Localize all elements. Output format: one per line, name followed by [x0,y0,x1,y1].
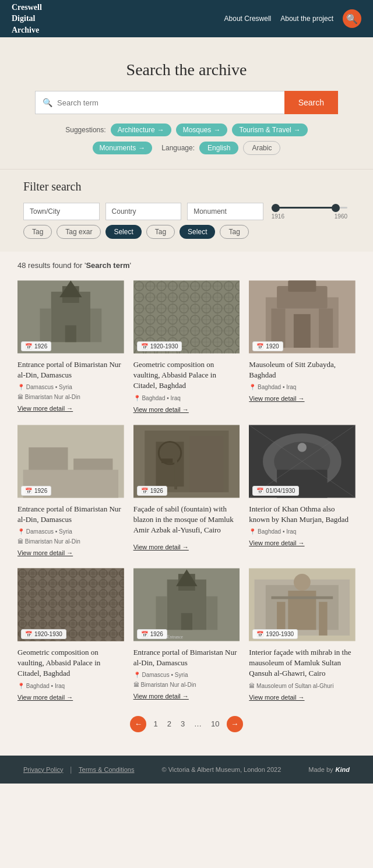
tag-row: Tag Tag exar Select Tag Select Tag [23,225,350,239]
svg-rect-5 [40,309,51,343]
view-more-link[interactable]: View more detail → [133,693,189,700]
date-badge: 📅 1926 [137,486,167,496]
view-more-link[interactable]: View more detail → [133,406,189,413]
location-meta: 📍 Baghdad • Iraq [249,384,296,390]
card: 📅 1926 Entrance portal of Bimaristan Nur… [17,424,124,558]
location-meta: 📍 Damascus • Syria [17,528,72,535]
tag-2[interactable]: Tag exar [57,225,101,239]
language-arabic[interactable]: Arabic [243,141,280,155]
page-2-button[interactable]: 2 [165,719,174,728]
card-title: Entrance portal of Bimaristan Nur al-Din… [17,359,124,380]
location-meta: 📍 Baghdad • Iraq [249,528,296,535]
card-image-wrap: Entrance 📅 1926 [133,567,240,643]
svg-rect-28 [161,458,173,463]
card-image-wrap: 📅 1920 [249,279,356,355]
view-more-link[interactable]: View more detail → [17,405,73,412]
search-bar: 🔍 Search [35,91,338,114]
view-more-link[interactable]: View more detail → [17,549,73,556]
footer-copyright: © Victoria & Albert Museum, London 2022 [161,766,281,773]
calendar-icon: 📅 [256,488,263,494]
calendar-icon: 📅 [256,343,263,350]
card-image-wrap: 📅 1926 [133,424,240,499]
svg-rect-30 [189,436,223,492]
suggestion-mosques[interactable]: Mosques→ [176,124,228,136]
svg-rect-51 [206,597,217,630]
card-title: Geometric composition on vaulting, Abbas… [17,647,124,679]
calendar-icon: 📅 [141,488,148,494]
range-max-label: 1960 [335,213,347,220]
date-badge: 📅 1920-1930 [137,341,182,351]
card-meta: 📍 Baghdad • Iraq [249,384,356,390]
card: 📅 1920-1930 Geometric composition on vau… [17,567,124,702]
card-meta: 📍 Baghdad • Iraq [133,395,240,401]
about-project-link[interactable]: About the project [280,15,333,23]
tag-1[interactable]: Tag [23,225,52,239]
monument-meta: 🏛 Bimaristan Nur al-Din [17,394,80,400]
search-input[interactable] [57,98,277,107]
svg-rect-50 [156,597,167,630]
prev-page-button[interactable]: ← [130,716,146,732]
card-image-wrap: 📅 1920-1930 [133,279,240,355]
card: Entrance 📅 1926 Entrance portal of Bimar… [133,567,240,702]
range-thumb-left[interactable] [272,204,280,212]
about-creswell-link[interactable]: About Creswell [224,15,272,23]
date-range-visual [272,204,347,212]
filter-section: Filter search Town/City Country Monument… [0,169,373,252]
svg-rect-16 [288,281,316,292]
monument-meta: 🏛 Bimaristan Nur al-Din [133,682,196,688]
view-more-link[interactable]: View more detail → [249,395,304,402]
suggestion-tourism[interactable]: Tourism & Travel→ [232,124,307,136]
tag-select-2[interactable]: Select [180,225,215,239]
page-ellipsis: … [192,719,204,728]
calendar-icon: 📅 [25,343,32,350]
results-grid: 📅 1926 Entrance portal of Bimaristan Nur… [17,279,356,702]
language-english[interactable]: English [199,142,238,154]
page-title: Search the archive [35,61,338,79]
view-more-link[interactable]: View more detail → [17,694,73,701]
location-meta: 📍 Baghdad • Iraq [133,395,181,401]
card-meta: 📍 Baghdad • Iraq [249,528,356,535]
svg-rect-17 [294,314,311,348]
svg-rect-4 [65,325,76,342]
range-thumb-right[interactable] [332,204,340,212]
svg-point-37 [298,443,307,451]
privacy-policy-link[interactable]: Privacy Policy [23,766,63,773]
tag-select-1[interactable]: Select [105,225,141,239]
card: 📅 1920 Mausoleum of Sitt Zubayda, Baghda… [249,279,356,414]
page-10-button[interactable]: 10 [209,719,221,728]
monument-select[interactable]: Monument [187,203,263,220]
svg-text:Entrance: Entrance [167,634,183,640]
card-image-wrap: 📅 01/04/1930 [249,424,356,499]
card: 📅 1920-1930 Interior façade with mihrab … [249,567,356,702]
card-meta: 🏛 Mausoleum of Sultan al-Ghuri [249,683,356,689]
header-search-button[interactable]: 🔍 [343,9,361,28]
view-more-link[interactable]: View more detail → [249,539,304,546]
card: 📅 1920-1930 Geometric composition on vau… [133,279,240,414]
monument-meta: 🏛 Bimaristan Nur al-Din [17,538,80,545]
view-more-link[interactable]: View more detail → [249,694,304,701]
date-badge: 📅 1926 [21,341,51,351]
next-page-button[interactable]: → [227,716,243,732]
search-icon: 🔍 [346,13,358,24]
footer: Privacy Policy | Terms & Conditions © Vi… [0,756,373,784]
tag-3[interactable]: Tag [146,225,175,239]
suggestions-row: Suggestions: Architecture→ Mosques→ Tour… [35,124,338,155]
town-city-select[interactable]: Town/City [23,203,100,220]
page-3-button[interactable]: 3 [178,719,187,728]
page-1-button[interactable]: 1 [151,719,160,728]
view-more-link[interactable]: View more detail → [133,544,189,551]
logo: Creswell Digital Archive [12,2,42,36]
tag-4[interactable]: Tag [220,225,248,239]
terms-link[interactable]: Terms & Conditions [79,766,134,773]
suggestion-architecture[interactable]: Architecture→ [111,124,171,136]
country-select[interactable]: Country [105,203,182,220]
footer-brand: Kind [336,766,350,773]
svg-rect-59 [319,602,328,636]
filter-selects-row: Town/City Country Monument 1916 1960 [23,203,350,220]
search-submit-button[interactable]: Search [284,91,338,114]
svg-rect-6 [90,309,101,343]
card-title: Interior façade with mihrab in the mauso… [249,647,356,679]
monument-meta: 🏛 Mausoleum of Sultan al-Ghuri [249,683,333,689]
calendar-icon: 📅 [141,631,148,637]
suggestion-monuments[interactable]: Monuments→ [93,142,153,154]
